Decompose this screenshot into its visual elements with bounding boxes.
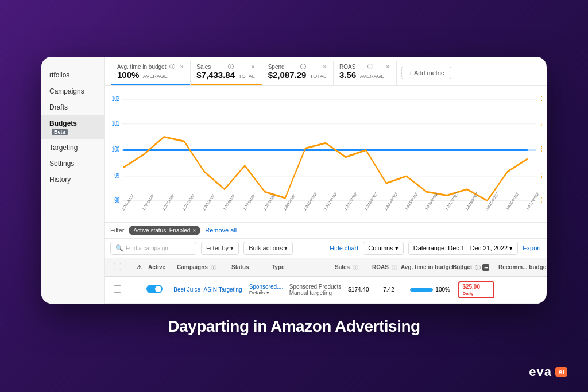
th-roas[interactable]: ROAS i: [369, 262, 397, 272]
header-checkbox[interactable]: [114, 263, 121, 270]
type-line2: Manual targeting: [289, 290, 342, 296]
svg-text:12/8/2022: 12/8/2022: [263, 193, 276, 212]
td-recommended-budget: —: [498, 285, 541, 294]
info-icon-0[interactable]: i: [169, 64, 175, 69]
campaigns-info-icon[interactable]: i: [211, 265, 216, 270]
sidebar-item-budgets[interactable]: Budgets Beta: [41, 115, 104, 139]
main-content: Avg. time in budget i × 100% AVERAGE Sal…: [105, 57, 547, 304]
sidebar-item-drafts[interactable]: Drafts: [41, 99, 104, 115]
bulk-actions-button[interactable]: Bulk actions ▾: [243, 242, 293, 255]
metric-close-3[interactable]: ×: [386, 64, 389, 70]
svg-text:101: 101: [112, 119, 120, 127]
info-icon-1[interactable]: i: [228, 64, 234, 69]
chevron-down-icon-4: ▾: [509, 244, 513, 252]
date-range-button[interactable]: Date range: Dec 1 - Dec 21, 2022 ▾: [408, 242, 518, 255]
th-active: Active: [145, 262, 173, 272]
sidebar-item-history[interactable]: History: [41, 172, 104, 188]
td-toggle[interactable]: [143, 283, 170, 296]
roas-info-icon[interactable]: i: [392, 265, 397, 270]
th-status: Status: [228, 262, 268, 272]
svg-text:12/5/2022: 12/5/2022: [203, 193, 215, 212]
svg-text:12/21/2022: 12/21/2022: [526, 191, 540, 212]
info-icon-3[interactable]: i: [368, 64, 373, 69]
th-sales[interactable]: Sales i: [331, 262, 369, 272]
td-sales: $174.40: [345, 285, 380, 294]
td-roas: 7.42: [380, 285, 407, 294]
th-budget[interactable]: Budget i ▪▪: [449, 262, 495, 272]
budget-badge: ▪▪: [482, 264, 489, 271]
filter-by-button[interactable]: Filter by ▾: [201, 242, 239, 255]
svg-text:12/7/2022: 12/7/2022: [243, 193, 256, 212]
svg-text:12/3/2022: 12/3/2022: [162, 193, 175, 212]
metric-sales[interactable]: Sales i × $7,433.84 TOTAL: [191, 61, 262, 85]
metric-close-1[interactable]: ×: [252, 64, 255, 70]
info-icon-2[interactable]: i: [300, 64, 306, 69]
search-input[interactable]: 🔍 Find a campaign: [110, 242, 196, 255]
type-line1: Sponsored Products: [289, 284, 342, 290]
th-warning: ⚠: [133, 262, 145, 272]
export-button[interactable]: Export: [523, 244, 541, 251]
sidebar-item-settings[interactable]: Settings: [41, 156, 104, 172]
td-campaign-name: Beet Juice- ASIN Targeting: [170, 285, 245, 294]
status-details[interactable]: Details ▾: [249, 290, 283, 296]
active-toggle[interactable]: [146, 285, 163, 293]
td-status: Sponsored.... Details ▾: [246, 282, 286, 297]
svg-text:12/6/2022: 12/6/2022: [223, 193, 235, 212]
metric-roas[interactable]: ROAS i × 3.56 AVERAGE: [334, 61, 397, 85]
add-metric-button[interactable]: + Add metric: [401, 67, 451, 79]
chevron-down-icon: ▾: [230, 244, 234, 252]
td-type: Sponsored Products Manual targeting: [286, 282, 345, 298]
td-checkbox[interactable]: [110, 284, 132, 296]
svg-text:500: 500: [541, 145, 542, 153]
sidebar-item-campaigns[interactable]: Campaigns: [41, 83, 104, 99]
budget-info-icon[interactable]: i: [475, 265, 481, 270]
ai-badge: AI: [555, 367, 567, 377]
sales-info-icon[interactable]: i: [353, 265, 358, 270]
chart-area: 102 101 100 99 98 1000 750 500 250 0: [105, 86, 547, 222]
budget-value[interactable]: $25.00 Daily: [458, 281, 494, 298]
filter-chip-close[interactable]: ×: [192, 227, 196, 234]
status-type: Sponsored....: [249, 284, 283, 290]
filter-label: Filter: [110, 227, 124, 234]
th-type: Type: [268, 262, 331, 272]
svg-text:12/16/2022: 12/16/2022: [425, 191, 439, 212]
sidebar-item-portfolios[interactable]: rtfolios: [41, 67, 104, 83]
metric-suffix-0: AVERAGE: [143, 73, 168, 79]
svg-text:12/10/2022: 12/10/2022: [304, 191, 318, 212]
svg-text:102: 102: [112, 95, 120, 102]
eva-logo-text: eva: [529, 364, 552, 379]
columns-button[interactable]: Columns ▾: [363, 242, 403, 255]
svg-text:12/11/2022: 12/11/2022: [324, 191, 338, 212]
td-budget: $25.00 Daily: [455, 280, 498, 300]
filter-chip-label: Active status: Enabled: [133, 227, 190, 234]
remove-all-button[interactable]: Remove all: [205, 227, 237, 234]
metric-spend[interactable]: Spend i × $2,087.29 TOTAL: [262, 61, 334, 85]
metric-value-3: 3.56: [339, 70, 356, 80]
svg-text:12/14/2022: 12/14/2022: [384, 191, 398, 212]
metric-suffix-3: AVERAGE: [360, 73, 385, 79]
filter-bar: Filter Active status: Enabled × Remove a…: [105, 222, 547, 239]
metric-close-2[interactable]: ×: [323, 64, 326, 70]
row-checkbox[interactable]: [114, 285, 121, 293]
td-warning: [132, 288, 143, 292]
campaign-link[interactable]: Beet Juice- ASIN Targeting: [173, 286, 242, 293]
svg-text:12/18/2022: 12/18/2022: [465, 191, 479, 212]
table-row: Beet Juice- ASIN Targeting Sponsored....…: [105, 277, 547, 304]
metric-avg-time[interactable]: Avg. time in budget i × 100% AVERAGE: [111, 61, 191, 85]
metric-suffix-1: TOTAL: [238, 73, 254, 79]
td-avg-time: 100%: [407, 285, 455, 294]
svg-text:750: 750: [541, 119, 542, 127]
sidebar-item-targeting[interactable]: Targeting: [41, 139, 104, 156]
th-checkbox: [110, 261, 133, 273]
hide-chart-button[interactable]: Hide chart: [330, 244, 358, 251]
chart-svg: 102 101 100 99 98 1000 750 500 250 0: [109, 89, 542, 220]
svg-text:12/1/2022: 12/1/2022: [122, 193, 134, 212]
active-filter-chip[interactable]: Active status: Enabled ×: [129, 226, 200, 235]
th-avg-time[interactable]: Avg. time in budget i ▲: [397, 262, 449, 272]
metric-value-0: 100%: [117, 70, 139, 80]
metric-close-0[interactable]: ×: [180, 64, 183, 70]
chevron-down-icon-3: ▾: [395, 244, 399, 252]
svg-text:1000: 1000: [541, 95, 542, 102]
th-campaigns[interactable]: Campaigns i: [173, 262, 228, 272]
beta-badge: Beta: [52, 129, 68, 135]
